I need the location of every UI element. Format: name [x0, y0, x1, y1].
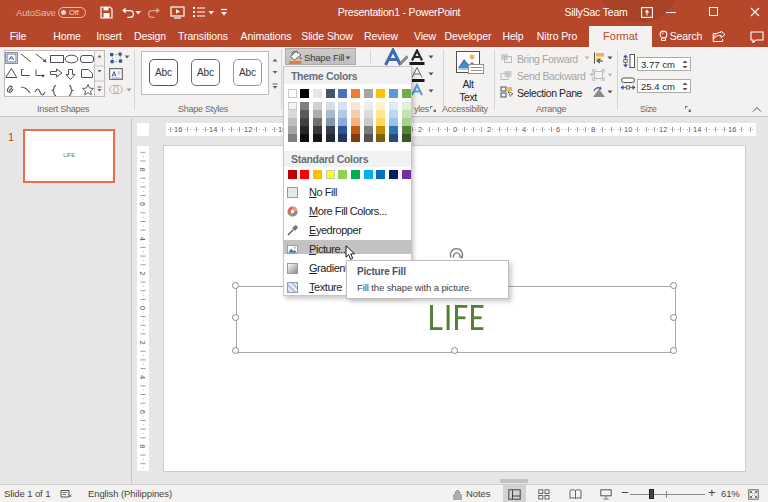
svg-text:6: 6: [138, 202, 147, 206]
svg-text:2: 2: [138, 271, 147, 275]
svg-text:8: 8: [138, 168, 147, 172]
svg-text:8: 8: [138, 444, 147, 448]
svg-text:0: 0: [138, 306, 147, 310]
svg-text:4: 4: [138, 375, 147, 379]
svg-text:4: 4: [138, 237, 147, 241]
svg-text:6: 6: [138, 410, 147, 414]
svg-text:2: 2: [138, 341, 147, 345]
